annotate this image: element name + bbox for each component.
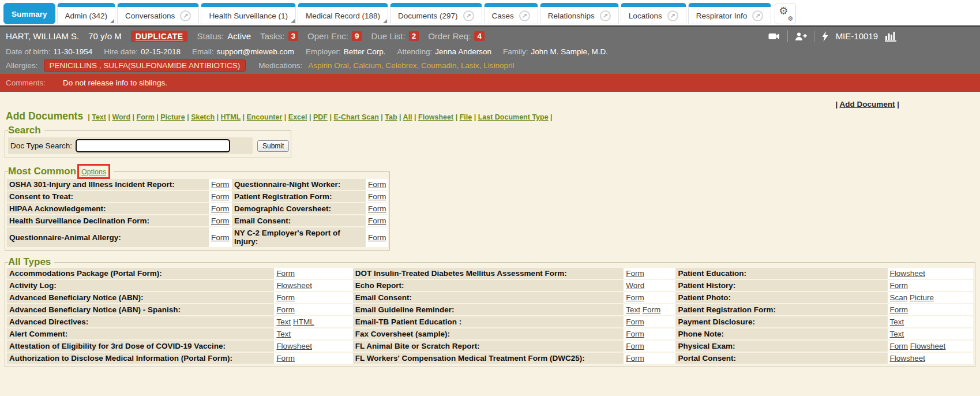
type-link-all[interactable]: All [403, 113, 412, 121]
doc-link-flowsheet[interactable]: Flowsheet [890, 354, 926, 363]
settings-button[interactable]: ⚙ ⚙ [775, 3, 796, 24]
doc-link-form[interactable]: Form [211, 204, 230, 213]
type-link-flowsheet[interactable]: Flowsheet [418, 113, 453, 121]
chart-stats-icon[interactable] [885, 31, 896, 42]
doc-type-links: Form [209, 179, 232, 190]
doc-link-form[interactable]: Form [368, 233, 386, 242]
doc-type-name: Email Guideline Reminder: [353, 304, 624, 316]
tab-respirator-info[interactable]: Respirator Info↗ [688, 3, 772, 24]
doc-link-form[interactable]: Form [626, 342, 644, 350]
doc-link-form[interactable]: Form [211, 216, 230, 225]
doc-link-form[interactable]: Form [626, 269, 644, 278]
doc-link-flowsheet[interactable]: Flowsheet [910, 342, 946, 350]
type-link-pdf[interactable]: PDF [313, 113, 328, 121]
tab-documents-297[interactable]: Documents (297)↗ [390, 3, 482, 24]
type-link-excel[interactable]: Excel [288, 113, 307, 121]
tab-relationships[interactable]: Relationships↗ [540, 3, 619, 24]
medication-link-calcium[interactable]: Calcium [353, 61, 381, 70]
doc-link-form[interactable]: Form [368, 216, 386, 225]
counter-order-req: Order Req:4 [428, 31, 485, 41]
medication-link-lasix[interactable]: Lasix [461, 61, 479, 70]
doc-link-html[interactable]: HTML [293, 317, 314, 326]
duplicate-flag[interactable]: DUPLICATE [131, 31, 188, 42]
type-link-tab[interactable]: Tab [385, 113, 397, 121]
doc-link-form[interactable]: Form [643, 305, 661, 314]
counter-label: Due List: [371, 31, 405, 41]
type-link-sketch[interactable]: Sketch [191, 113, 215, 121]
popout-icon[interactable]: ↗ [519, 10, 530, 21]
medication-link-coumadin[interactable]: Coumadin [421, 61, 457, 70]
doc-link-flowsheet[interactable]: Flowsheet [276, 281, 312, 290]
doc-link-form[interactable]: Form [211, 180, 230, 189]
type-link-word[interactable]: Word [112, 113, 130, 121]
options-link[interactable]: Options [81, 168, 106, 176]
popout-icon[interactable]: ↗ [180, 10, 191, 21]
doc-link-form[interactable]: Form [626, 330, 644, 338]
doc-link-form[interactable]: Form [276, 305, 295, 314]
medication-link-celebrex[interactable]: Celebrex [385, 61, 416, 70]
doc-link-form[interactable]: Form [626, 317, 644, 326]
type-link-e-chart-scan[interactable]: E-Chart Scan [333, 113, 379, 121]
tab-locations[interactable]: Locations↗ [621, 3, 686, 24]
submit-button[interactable]: Submit [257, 140, 289, 152]
doc-link-form[interactable]: Form [276, 269, 295, 278]
doc-type-links: Form [209, 190, 232, 203]
doc-link-form[interactable]: Form [890, 281, 908, 290]
divider [787, 31, 788, 42]
counter-badge[interactable]: 2 [409, 31, 419, 41]
doc-link-word[interactable]: Word [626, 281, 644, 290]
tab-cases[interactable]: Cases↗ [484, 3, 538, 24]
doc-type-search-input[interactable] [76, 139, 230, 152]
doc-link-form[interactable]: Form [276, 293, 295, 302]
counter-label: Order Req: [428, 31, 471, 41]
type-link-file[interactable]: File [460, 113, 472, 121]
type-link-html[interactable]: HTML [221, 113, 241, 121]
video-icon[interactable] [768, 32, 780, 41]
tab-summary[interactable]: Summary [3, 3, 55, 24]
lightning-icon[interactable] [821, 31, 829, 42]
doc-link-form[interactable]: Form [626, 293, 644, 302]
tab-conversations[interactable]: Conversations↗ [117, 3, 199, 24]
doc-link-text[interactable]: Text [890, 317, 904, 326]
doc-link-scan[interactable]: Scan [890, 293, 908, 302]
doc-link-form[interactable]: Form [211, 192, 230, 201]
doc-link-form[interactable]: Form [890, 342, 908, 350]
doc-type-name: Advanced Beneficiary Notice (ABN) - Span… [7, 304, 274, 316]
counter-badge[interactable]: 4 [474, 31, 485, 41]
popout-icon[interactable]: ↗ [600, 10, 611, 21]
doc-link-form[interactable]: Form [368, 192, 386, 201]
doc-link-text[interactable]: Text [276, 317, 291, 326]
doc-link-form[interactable]: Form [276, 354, 295, 363]
type-link-form[interactable]: Form [137, 113, 155, 121]
add-user-icon[interactable] [795, 32, 807, 41]
medication-link-aspirin-oral[interactable]: Aspirin Oral [308, 61, 349, 70]
doc-link-text[interactable]: Text [890, 330, 904, 338]
popout-icon[interactable]: ↗ [752, 10, 763, 21]
popout-icon[interactable]: ↗ [667, 10, 678, 21]
counter-badge[interactable]: 3 [288, 31, 299, 41]
doc-type-name: Email Consent: [353, 292, 624, 304]
doc-link-form[interactable]: Form [368, 204, 386, 213]
allergies-value[interactable]: PENICILLINS , SULFA(SULFONAMIDE ANTIBIOT… [44, 59, 246, 72]
type-link-encounter[interactable]: Encounter [247, 113, 283, 121]
type-link-picture[interactable]: Picture [160, 113, 185, 121]
popout-icon[interactable]: ↗ [463, 10, 474, 21]
type-link-last-document-type[interactable]: Last Document Type [478, 113, 549, 121]
doc-link-picture[interactable]: Picture [910, 293, 934, 302]
doc-link-text[interactable]: Text [626, 305, 640, 314]
doc-link-form[interactable]: Form [890, 305, 908, 314]
medication-link-lisinopril[interactable]: Lisinopril [483, 61, 514, 70]
tab-medical-record-188[interactable]: Medical Record (188) [298, 3, 388, 24]
doc-link-form[interactable]: Form [626, 354, 644, 363]
doc-link-form[interactable]: Form [368, 180, 386, 189]
doc-link-text[interactable]: Text [276, 330, 291, 338]
type-link-text[interactable]: Text [92, 113, 106, 121]
doc-link-form[interactable]: Form [211, 233, 230, 242]
doc-type-name-text: Authorization to Disclose Medical Inform… [9, 354, 232, 363]
doc-link-flowsheet[interactable]: Flowsheet [890, 269, 926, 278]
add-document-link[interactable]: Add Document [839, 100, 895, 109]
tab-health-surveillance-1[interactable]: Health Surveillance (1) [201, 3, 296, 24]
tab-admin-342[interactable]: Admin (342) [57, 3, 116, 24]
doc-link-flowsheet[interactable]: Flowsheet [276, 342, 312, 350]
counter-badge[interactable]: 9 [352, 31, 362, 41]
